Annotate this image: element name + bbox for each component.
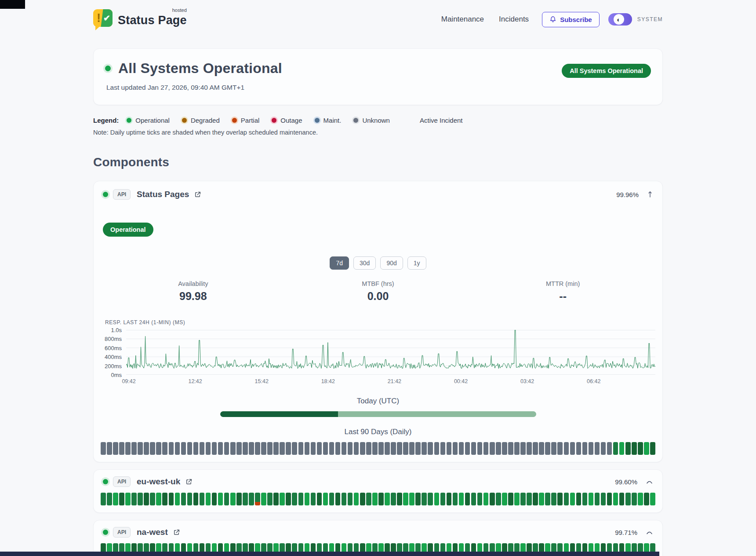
uptime-tick-no-data[interactable]	[125, 442, 131, 455]
uptime-tick-no-data[interactable]	[582, 442, 588, 455]
uptime-tick-no-data[interactable]	[335, 442, 341, 455]
uptime-tick-no-data[interactable]	[502, 442, 507, 455]
uptime-tick-operational[interactable]	[267, 493, 273, 505]
component-header[interactable]: API Status Pages 99.96%	[101, 189, 655, 200]
uptime-tick-no-data[interactable]	[175, 442, 180, 455]
uptime-tick-operational[interactable]	[280, 493, 285, 505]
uptime-tick-operational[interactable]	[638, 493, 643, 505]
uptime-tick-operational[interactable]	[144, 493, 149, 505]
uptime-tick-operational[interactable]	[520, 493, 526, 505]
uptime-tick-no-data[interactable]	[298, 442, 304, 455]
uptime-tick-operational[interactable]	[329, 493, 334, 505]
uptime-tick-operational[interactable]	[342, 493, 347, 505]
theme-toggle[interactable]: ◐	[608, 13, 632, 26]
subscribe-button[interactable]: Subscribe	[542, 12, 600, 27]
uptime-tick-no-data[interactable]	[385, 442, 390, 455]
uptime-tick-operational[interactable]	[477, 493, 483, 505]
uptime-tick-operational[interactable]	[508, 493, 513, 505]
uptime-tick-operational[interactable]	[582, 493, 588, 505]
uptime-tick-no-data[interactable]	[366, 442, 371, 455]
uptime-tick-operational[interactable]	[459, 493, 464, 505]
nav-link-maintenance[interactable]: Maintenance	[441, 15, 484, 24]
uptime-tick-no-data[interactable]	[447, 442, 452, 455]
uptime-tick-no-data[interactable]	[360, 442, 365, 455]
external-link-icon[interactable]	[185, 478, 193, 486]
uptime-tick-no-data[interactable]	[483, 442, 489, 455]
uptime-tick-no-data[interactable]	[342, 442, 347, 455]
uptime-tick-operational[interactable]	[471, 493, 476, 505]
uptime-tick-no-data[interactable]	[131, 442, 137, 455]
uptime-tick-no-data[interactable]	[520, 442, 526, 455]
uptime-tick-operational[interactable]	[323, 493, 328, 505]
uptime-tick-operational[interactable]	[317, 493, 322, 505]
uptime-tick-operational[interactable]	[638, 442, 643, 455]
uptime-tick-operational[interactable]	[539, 493, 544, 505]
uptime-tick-no-data[interactable]	[273, 442, 279, 455]
uptime-tick-operational[interactable]	[409, 493, 414, 505]
uptime-tick-no-data[interactable]	[601, 442, 606, 455]
uptime-tick-operational[interactable]	[162, 493, 167, 505]
uptime-tick-no-data[interactable]	[169, 442, 174, 455]
uptime-tick-no-data[interactable]	[230, 442, 236, 455]
uptime-tick-no-data[interactable]	[564, 442, 569, 455]
uptime-tick-no-data[interactable]	[317, 442, 322, 455]
uptime-tick-operational[interactable]	[273, 493, 279, 505]
uptime-tick-operational[interactable]	[650, 493, 655, 505]
uptime-tick-no-data[interactable]	[440, 442, 446, 455]
uptime-tick-no-data[interactable]	[311, 442, 316, 455]
uptime-tick-operational[interactable]	[570, 493, 575, 505]
uptime-tick-operational[interactable]	[447, 493, 452, 505]
uptime-tick-no-data[interactable]	[372, 442, 378, 455]
uptime-tick-no-data[interactable]	[329, 442, 334, 455]
uptime-tick-operational[interactable]	[230, 493, 236, 505]
uptime-tick-no-data[interactable]	[249, 442, 254, 455]
uptime-tick-no-data[interactable]	[218, 442, 223, 455]
uptime-tick-no-data[interactable]	[107, 442, 112, 455]
uptime-tick-operational[interactable]	[193, 493, 199, 505]
uptime-tick-no-data[interactable]	[261, 442, 266, 455]
uptime-tick-no-data[interactable]	[570, 442, 575, 455]
uptime-tick-operational[interactable]	[551, 493, 556, 505]
uptime-tick-operational[interactable]	[138, 493, 143, 505]
uptime-tick-operational[interactable]	[428, 493, 433, 505]
uptime-tick-operational[interactable]	[175, 493, 180, 505]
uptime-tick-operational[interactable]	[131, 493, 137, 505]
uptime-tick-operational[interactable]	[113, 493, 118, 505]
uptime-tick-no-data[interactable]	[181, 442, 186, 455]
uptime-tick-no-data[interactable]	[471, 442, 476, 455]
uptime-tick-operational[interactable]	[206, 493, 211, 505]
uptime-tick-operational[interactable]	[601, 493, 606, 505]
uptime-tick-operational[interactable]	[360, 493, 365, 505]
uptime-tick-operational[interactable]	[150, 493, 155, 505]
uptime-tick-no-data[interactable]	[428, 442, 433, 455]
uptime-tick-operational[interactable]	[354, 493, 359, 505]
uptime-tick-no-data[interactable]	[292, 442, 297, 455]
uptime-tick-no-data[interactable]	[514, 442, 520, 455]
uptime-tick-operational[interactable]	[125, 493, 131, 505]
uptime-tick-operational[interactable]	[156, 493, 161, 505]
uptime-tick-no-data[interactable]	[305, 442, 310, 455]
range-button-30d[interactable]: 30d	[353, 256, 376, 270]
uptime-tick-no-data[interactable]	[378, 442, 384, 455]
uptime-tick-operational[interactable]	[502, 493, 507, 505]
uptime-tick-operational[interactable]	[224, 493, 229, 505]
uptime-tick-no-data[interactable]	[206, 442, 211, 455]
uptime-tick-operational[interactable]	[366, 493, 371, 505]
uptime-tick-operational[interactable]	[619, 493, 625, 505]
uptime-tick-no-data[interactable]	[193, 442, 199, 455]
uptime-tick-operational[interactable]	[576, 493, 582, 505]
uptime-tick-no-data[interactable]	[551, 442, 556, 455]
collapse-icon[interactable]	[646, 479, 653, 484]
range-button-90d[interactable]: 90d	[380, 256, 403, 270]
uptime-tick-operational[interactable]	[632, 493, 637, 505]
uptime-tick-no-data[interactable]	[236, 442, 242, 455]
uptime-tick-operational[interactable]	[465, 493, 470, 505]
uptime-tick-operational[interactable]	[101, 493, 106, 505]
uptime-tick-no-data[interactable]	[477, 442, 483, 455]
uptime-tick-operational[interactable]	[305, 493, 310, 505]
uptime-tick-operational[interactable]	[200, 493, 205, 505]
uptime-tick-operational[interactable]	[619, 442, 625, 455]
uptime-tick-operational[interactable]	[181, 493, 186, 505]
uptime-tick-no-data[interactable]	[286, 442, 291, 455]
uptime-tick-partial-outage[interactable]	[255, 493, 260, 505]
